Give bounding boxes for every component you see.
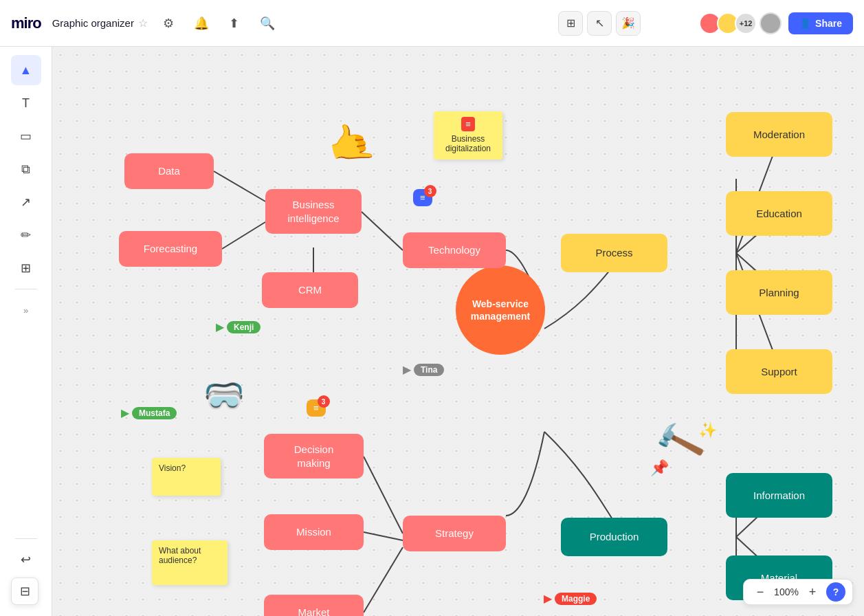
node-technology[interactable]: Technology [403, 232, 506, 268]
node-bi[interactable]: Business intelligence [265, 189, 362, 234]
panel-toggle-button[interactable]: ⊟ [11, 578, 38, 605]
sticky-audience-label: What about audience? [159, 546, 201, 565]
shape-tool[interactable]: ▭ [11, 121, 41, 151]
text-tool[interactable]: T [11, 88, 41, 118]
svg-line-0 [214, 171, 265, 201]
hand-sticker: 🤙 [322, 116, 379, 171]
chat-badge-top[interactable]: ≡ 3 [413, 189, 432, 206]
center-label: Web-service management [471, 298, 530, 322]
sparkle-sticker: ✨ [698, 421, 717, 439]
zoom-out-button[interactable]: − [751, 582, 770, 602]
cursor-tina-label: Tina [414, 364, 444, 376]
forecasting-label: Forecasting [144, 242, 197, 256]
pen-tool[interactable]: ✏ [11, 220, 41, 250]
sticky-vision-label: Vision? [159, 463, 186, 473]
market-label: Market [298, 606, 330, 616]
party-icon[interactable]: 🎉 [616, 11, 641, 36]
title-area: Graphic organizer ☆ [52, 16, 148, 30]
node-process[interactable]: Process [561, 234, 667, 272]
canvas[interactable]: Web-service management Data Forecasting … [52, 47, 864, 616]
information-label: Information [753, 489, 805, 503]
grid-tool[interactable]: ⊞ [11, 253, 41, 283]
sticky-biz-dig-label: Business digitalization [445, 134, 491, 153]
data-label: Data [158, 164, 180, 178]
avatar-count: +12 [735, 12, 757, 34]
cursor-maggie-label: Maggie [555, 593, 597, 605]
svg-line-1 [222, 222, 265, 249]
cursor-icon[interactable]: ↖ [587, 11, 612, 36]
zoom-percent: 100% [771, 586, 801, 597]
node-market[interactable]: Market [264, 595, 364, 616]
sticky-business-dig[interactable]: ≡ Business digitalization [434, 111, 502, 160]
production-label: Production [590, 530, 639, 544]
node-data[interactable]: Data [124, 153, 214, 189]
node-support[interactable]: Support [726, 349, 832, 394]
node-production[interactable]: Production [561, 518, 667, 556]
svg-line-3 [362, 212, 403, 250]
node-decision[interactable]: Decision making [264, 434, 364, 478]
node-information[interactable]: Information [726, 473, 832, 518]
node-forecasting[interactable]: Forecasting [119, 231, 222, 267]
zoom-in-button[interactable]: + [803, 582, 822, 602]
strategy-label: Strategy [435, 527, 474, 540]
frame-tool[interactable]: ⧉ [11, 154, 41, 184]
support-label: Support [761, 365, 797, 379]
node-education[interactable]: Education [726, 191, 832, 236]
grid-icon[interactable]: ⊞ [558, 11, 583, 36]
chat-count-mid: 3 [318, 395, 330, 408]
sticky-audience[interactable]: What about audience? [152, 540, 228, 585]
node-moderation[interactable]: Moderation [726, 112, 832, 157]
tool-divider [15, 289, 37, 289]
avatar-self [760, 12, 782, 34]
zoom-bar: − 100% + ? [743, 579, 853, 605]
top-right-area: +12 👤 Share [699, 12, 853, 34]
cursor-kenji-label: Kenji [227, 321, 261, 333]
share-button[interactable]: 👤 Share [788, 12, 853, 34]
chat-count-top: 3 [424, 185, 436, 197]
mission-label: Mission [296, 525, 331, 539]
pin-sticker: 📌 [650, 459, 669, 477]
search-icon[interactable]: 🔍 [255, 11, 280, 36]
svg-line-12 [364, 547, 403, 613]
glasses-sticker: 🥽 [203, 377, 245, 415]
node-mission[interactable]: Mission [264, 514, 364, 550]
moderation-label: Moderation [753, 128, 805, 142]
undo-tool[interactable]: ↩ [11, 544, 41, 575]
process-label: Process [595, 246, 632, 260]
node-planning[interactable]: Planning [726, 270, 832, 315]
svg-line-11 [364, 532, 403, 540]
sticky-vision[interactable]: Vision? [152, 458, 221, 496]
share-icon: 👤 [799, 18, 811, 29]
education-label: Education [756, 207, 802, 221]
cursor-mustafa: ▶ Mustafa [121, 406, 177, 419]
avatar-group: +12 [699, 12, 757, 34]
crm-label: CRM [298, 283, 322, 297]
notifications-icon[interactable]: 🔔 [189, 11, 214, 36]
view-controls: ⊞ ↖ 🎉 [338, 11, 641, 36]
svg-line-10 [364, 456, 403, 534]
planning-label: Planning [759, 286, 799, 300]
topbar: miro Graphic organizer ☆ ⚙ 🔔 ⬆ 🔍 ⊞ ↖ 🎉 +… [0, 0, 864, 47]
zoom-help-button[interactable]: ? [826, 582, 845, 602]
share-up-icon[interactable]: ⬆ [222, 11, 247, 36]
node-crm[interactable]: CRM [262, 272, 358, 308]
select-tool[interactable]: ▲ [11, 55, 41, 85]
more-tools[interactable]: » [11, 295, 41, 325]
board-title: Graphic organizer [52, 17, 134, 29]
share-label: Share [815, 18, 842, 29]
line-tool[interactable]: ↗ [11, 187, 41, 217]
cursor-kenji: ▶ Kenji [216, 320, 261, 333]
chat-badge-mid[interactable]: ≡ 3 [307, 399, 326, 417]
favorite-icon[interactable]: ☆ [138, 16, 148, 30]
node-strategy[interactable]: Strategy [403, 516, 506, 551]
left-toolbar: ▲ T ▭ ⧉ ↗ ✏ ⊞ » ↩ ↪ [0, 47, 52, 616]
settings-icon[interactable]: ⚙ [156, 11, 181, 36]
tool-divider2 [15, 538, 37, 539]
cursor-mustafa-label: Mustafa [132, 407, 177, 419]
cursor-maggie: ▶ Maggie [544, 592, 597, 605]
decision-label: Decision making [294, 443, 334, 470]
cursor-tina: ▶ Tina [403, 363, 444, 376]
sticky-icon: ≡ [461, 117, 475, 131]
bi-label: Business intelligence [287, 198, 339, 225]
node-center[interactable]: Web-service management [456, 265, 545, 355]
